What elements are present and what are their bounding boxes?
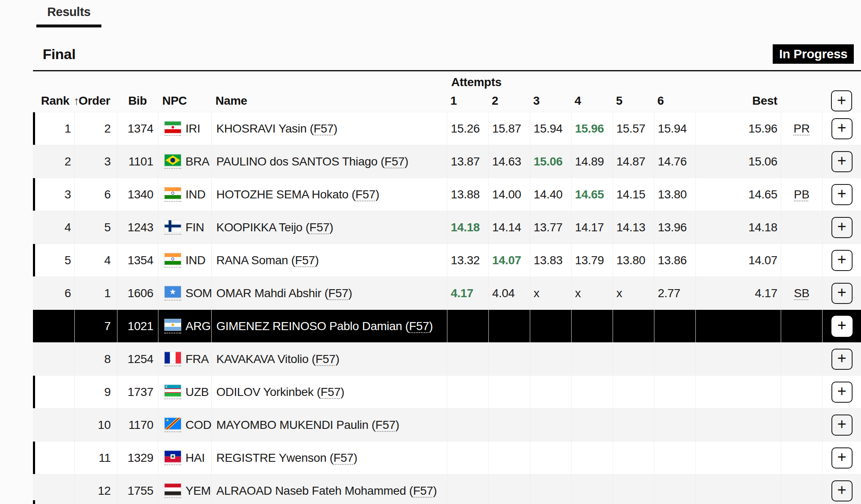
npc-code: FIN [185, 221, 204, 234]
order-cell: 4 [74, 244, 117, 276]
tab-results[interactable]: Results [36, 5, 101, 27]
expand-cell: + [822, 376, 861, 408]
rank-cell [33, 442, 74, 474]
npc-cell: FRA [158, 343, 211, 375]
expand-row-button[interactable]: + [831, 283, 853, 304]
attempt-3-cell: x [530, 277, 571, 309]
add-column-button[interactable]: + [831, 90, 852, 111]
attempt-4-cell [571, 376, 613, 408]
sport-class: F57 [355, 188, 375, 201]
athlete-name: KHOSRAVI Yasin (F57) [216, 122, 338, 135]
expand-cell: + [822, 409, 861, 441]
best-cell [695, 409, 781, 441]
name-cell: KAVAKAVA Vitolio (F57) [211, 343, 447, 375]
npc-cell: IRI [158, 112, 211, 145]
sport-class: F57 [295, 254, 315, 267]
expand-cell: + [822, 277, 861, 309]
attempt-1-cell: 13.88 [447, 178, 488, 211]
athlete-name: PAULINO dos SANTOS Thiago (F57) [216, 155, 408, 168]
table-row[interactable]: 101170CODMAYOMBO MUKENDI Paulin (F57)+ [33, 408, 861, 441]
expand-row-button[interactable]: + [831, 250, 853, 271]
expand-row-button[interactable]: + [831, 415, 853, 436]
record-note-cell [781, 376, 822, 408]
order-cell: 2 [74, 112, 117, 145]
column-header-attempt-5: 5 [613, 90, 654, 112]
record-badge: PB [794, 188, 809, 201]
table-row[interactable]: 81254FRAKAVAKAVA Vitolio (F57)+ [33, 342, 861, 375]
expand-cell: + [822, 211, 861, 244]
attempt-5-cell [613, 376, 654, 408]
flag-yem-icon [164, 483, 181, 498]
expand-row-button[interactable]: + [831, 447, 853, 469]
rank-cell: 3 [33, 178, 74, 211]
flag-cod-icon [164, 417, 181, 432]
attempt-4-cell: 14.65 [571, 178, 613, 211]
table-row[interactable]: 541354INDRANA Soman (F57)13.3214.0713.83… [33, 244, 861, 276]
npc-cell: COD [158, 409, 211, 441]
table-row[interactable]: 111329HAIREGISTRE Ywenson (F57)+ [33, 441, 861, 474]
bib-cell: 1021 [117, 310, 158, 342]
column-header-attempt-6: 6 [654, 90, 695, 112]
bib-cell: 1755 [117, 474, 158, 504]
table-row[interactable]: 611606SOMOMAR Mahdi Abshir (F57)4.174.04… [33, 276, 861, 309]
order-cell: 7 [74, 310, 117, 342]
expand-row-button[interactable]: + [831, 118, 853, 139]
name-cell: MAYOMBO MUKENDI Paulin (F57) [211, 409, 447, 441]
npc-cell: HAI [158, 442, 211, 474]
expand-row-button[interactable]: + [831, 217, 853, 238]
record-badge: PR [793, 122, 809, 135]
column-header-attempt-3: 3 [530, 90, 571, 112]
bib-cell: 1340 [117, 178, 158, 211]
athlete-name: MAYOMBO MUKENDI Paulin (F57) [216, 418, 399, 432]
expand-row-button[interactable]: + [831, 349, 853, 370]
flag-ind-icon [164, 253, 181, 268]
expand-row-button[interactable]: + [831, 316, 853, 337]
attempt-1-cell [447, 474, 488, 504]
column-header-rank[interactable]: Rank ↑ [33, 90, 74, 112]
attempt-1-cell [447, 343, 488, 375]
table-row[interactable]: 121755YEMALRAOAD Naseb Fateh Mohammed (F… [33, 474, 861, 504]
athlete-name: ODILOV Yorkinbek (F57) [216, 385, 344, 399]
attempt-3-cell: 14.40 [530, 178, 571, 211]
table-row[interactable]: 121374IRIKHOSRAVI Yasin (F57)15.2615.871… [33, 112, 861, 145]
flag-ind-icon [164, 187, 181, 202]
column-header-add: + [822, 90, 861, 112]
npc-code: HAI [185, 451, 205, 465]
expand-row-button[interactable]: + [831, 480, 853, 501]
athlete-name: KOOPIKKA Teijo (F57) [216, 221, 333, 234]
attempt-4-cell: 14.89 [571, 145, 613, 178]
attempt-2-cell [488, 409, 530, 441]
column-header-npc: NPC [158, 90, 211, 112]
expand-row-button[interactable]: + [831, 184, 853, 205]
bib-cell: 1737 [117, 376, 158, 408]
attempt-4-cell [571, 442, 613, 474]
attempt-4-cell: x [571, 277, 613, 309]
attempt-6-cell: 2.77 [654, 277, 695, 309]
npc-cell: SOM [158, 277, 211, 309]
best-cell [695, 310, 781, 342]
attempt-2-cell: 14.14 [488, 211, 530, 244]
record-note-cell [781, 145, 822, 178]
table-row[interactable]: 451243FINKOOPIKKA Teijo (F57)14.1814.141… [33, 211, 861, 244]
expand-cell: + [822, 244, 861, 276]
table-row[interactable]: 361340INDHOTOZHE SEMA Hokato (F57)13.881… [33, 178, 861, 211]
rank-cell [33, 376, 74, 408]
table-row[interactable]: 71021ARGGIMENEZ REINOSO Pablo Damian (F5… [33, 309, 861, 342]
rank-cell [33, 343, 74, 375]
attempt-4-cell [571, 474, 613, 504]
name-cell: KHOSRAVI Yasin (F57) [211, 112, 447, 145]
order-cell: 6 [74, 178, 117, 211]
expand-row-button[interactable]: + [831, 382, 853, 403]
rank-cell [33, 409, 74, 441]
table-row[interactable]: 91737UZBODILOV Yorkinbek (F57)+ [33, 375, 861, 408]
table-row[interactable]: 231101BRAPAULINO dos SANTOS Thiago (F57)… [33, 145, 861, 178]
attempt-1-cell: 13.32 [447, 244, 488, 276]
sport-class: F57 [333, 451, 353, 464]
record-note-cell: SB [781, 277, 822, 309]
best-cell: 4.17 [695, 277, 781, 309]
rank-cell: 4 [33, 211, 74, 244]
order-cell: 1 [74, 277, 117, 309]
bib-cell: 1170 [117, 409, 158, 441]
flag-uzb-icon [164, 385, 181, 399]
expand-row-button[interactable]: + [831, 151, 853, 172]
